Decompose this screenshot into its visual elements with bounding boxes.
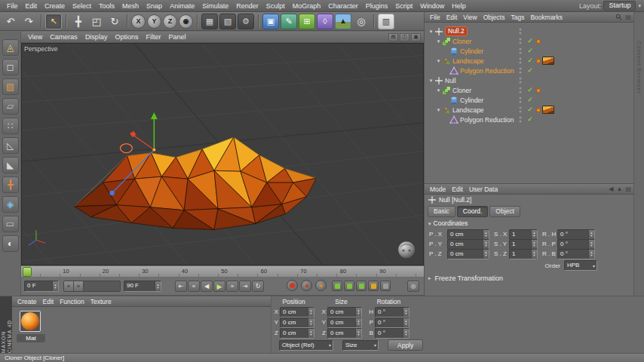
preview-range-slider[interactable]: « »	[63, 281, 121, 292]
key-rotation-toggle[interactable]	[356, 281, 366, 291]
content-browser-tab[interactable]: Content Browser	[636, 41, 642, 94]
stepper-icon[interactable]: ▴▾	[355, 329, 361, 338]
stepper-icon[interactable]: ▴▾	[403, 318, 409, 327]
workplane-icon[interactable]: ▱	[2, 98, 19, 115]
object-manager-menu-tags[interactable]: Tags	[508, 14, 527, 21]
move-icon[interactable]: ╋	[70, 14, 87, 29]
autokey-button[interactable]	[301, 280, 312, 291]
s-x-field[interactable]: 1▴▾	[509, 229, 538, 240]
live-selection-icon[interactable]: ↖	[45, 14, 62, 29]
visibility-dots[interactable]	[517, 38, 524, 44]
stepper-icon[interactable]: ▴▾	[531, 250, 537, 259]
app-menu-sculpt[interactable]: Sculpt	[262, 2, 289, 11]
visibility-dots[interactable]	[517, 116, 524, 123]
position-y-field[interactable]: 0 cm▴▾	[280, 318, 314, 328]
tab-object[interactable]: Object	[489, 206, 520, 217]
render-settings-icon[interactable]: ⚙	[238, 14, 254, 29]
add-camera-icon[interactable]: ◎	[353, 14, 370, 29]
stepper-icon[interactable]: ▴▾	[355, 308, 361, 317]
stepper-icon[interactable]: ▴▾	[588, 240, 594, 249]
position-z-field[interactable]: 0 cm▴▾	[280, 328, 314, 339]
object-label[interactable]: Cylinder	[460, 48, 483, 55]
history-back-icon[interactable]: ◀	[609, 186, 613, 192]
panel-swap-icon[interactable]: ◫	[400, 33, 409, 41]
materials-menu-edit[interactable]: Edit	[40, 298, 57, 305]
play-button[interactable]: ▶	[213, 281, 225, 292]
app-menu-file[interactable]: File	[3, 2, 22, 11]
prev-key-button[interactable]: «	[188, 281, 200, 292]
object-manager-menu-edit[interactable]: Edit	[443, 14, 461, 21]
tag-icon[interactable]	[536, 39, 541, 44]
tag-icon[interactable]	[536, 108, 541, 112]
object-label[interactable]: Cloner	[452, 38, 471, 45]
panel-arrange-icon[interactable]: ▤	[388, 33, 398, 41]
undo-icon[interactable]: ↶	[2, 14, 19, 29]
landscape-object[interactable]	[75, 137, 317, 230]
expander-icon[interactable]: ▾	[428, 78, 434, 84]
key-position-toggle[interactable]	[332, 281, 342, 291]
app-menu-snap[interactable]: Snap	[143, 2, 166, 11]
position-x-field[interactable]: 0 cm▴▾	[280, 307, 314, 318]
stepper-icon[interactable]: ▴▾	[531, 230, 537, 239]
visibility-dots[interactable]	[517, 48, 524, 54]
solo-button[interactable]: ◎	[407, 281, 419, 292]
viewport-filter-icon[interactable]: ◐	[2, 235, 19, 252]
goto-start-button[interactable]: ⇤	[175, 281, 187, 292]
viewport-menu-options[interactable]: Options	[111, 33, 142, 41]
app-menu-plugins[interactable]: Plugins	[362, 2, 392, 11]
object-label[interactable]: Polygon Reduction	[460, 116, 514, 124]
stepper-icon[interactable]: ▴▾	[588, 230, 594, 239]
size-mode-select[interactable]: Size▾	[342, 340, 379, 351]
visibility-dots[interactable]	[517, 77, 524, 84]
expander-icon[interactable]: ▾	[435, 87, 442, 94]
layout-selector[interactable]: Layout: Startup ▾	[579, 1, 641, 11]
object-label[interactable]: Landscape	[452, 57, 484, 65]
texture-tag-icon[interactable]	[542, 57, 554, 65]
key-scale-toggle[interactable]	[344, 281, 354, 291]
rotation-p-field[interactable]: 0 °▴▾	[375, 318, 409, 328]
app-menu-character[interactable]: Character	[324, 2, 362, 11]
add-cube-icon[interactable]: ▣	[262, 14, 279, 29]
object-label[interactable]: Null.2	[445, 26, 468, 36]
stepper-icon[interactable]: ▴▾	[483, 240, 489, 249]
stepper-icon[interactable]: ▴▾	[403, 329, 409, 338]
edges-mode-icon[interactable]: ◺	[2, 137, 19, 154]
texture-mode-icon[interactable]: ▨	[2, 78, 19, 95]
app-menu-help[interactable]: Help	[448, 2, 470, 11]
panel-maximize-icon[interactable]: ▣	[411, 33, 421, 41]
materials-menu-create[interactable]: Create	[14, 298, 40, 305]
enable-check-icon[interactable]: ✓	[524, 66, 536, 75]
materials-menu-function[interactable]: Function	[57, 298, 87, 305]
app-menu-animate[interactable]: Animate	[166, 2, 198, 11]
range-handle-left-icon[interactable]: «	[64, 281, 74, 291]
object-label[interactable]: Null	[445, 77, 456, 84]
scale-icon[interactable]: ◰	[88, 14, 105, 29]
stepper-icon[interactable]: ▴▾	[483, 230, 489, 239]
make-editable-icon[interactable]: ◬	[2, 39, 19, 56]
history-up-icon[interactable]: ▲	[617, 186, 623, 192]
object-label[interactable]: Cylinder	[460, 97, 483, 104]
current-frame-marker[interactable]	[23, 267, 32, 277]
visibility-dots[interactable]	[517, 87, 524, 94]
enable-check-icon[interactable]: ✓	[524, 95, 536, 105]
viewport-menu-panel[interactable]: Panel	[164, 33, 189, 41]
rotate-icon[interactable]: ↻	[106, 14, 123, 29]
p-y-field[interactable]: 0 cm▴▾	[447, 239, 489, 250]
material-name[interactable]: Mat	[17, 334, 45, 342]
search-icon[interactable]	[615, 14, 622, 20]
loop-button[interactable]: ↻	[252, 281, 264, 292]
size-y-field[interactable]: 0 cm▴▾	[327, 318, 362, 328]
attributes-menu-edit[interactable]: Edit	[449, 186, 466, 193]
panel-menu-icon[interactable]: ▤	[625, 14, 631, 20]
enable-check-icon[interactable]: ✓	[524, 46, 536, 56]
app-menu-edit[interactable]: Edit	[22, 2, 41, 11]
axis-z-lock-icon[interactable]: Z	[163, 14, 177, 29]
stepper-icon[interactable]: ▴▾	[531, 240, 537, 249]
key-pla-toggle[interactable]	[380, 281, 391, 291]
coordinate-system-icon[interactable]: ◉	[179, 14, 193, 29]
app-menu-tools[interactable]: Tools	[95, 2, 118, 11]
key-parameter-toggle[interactable]	[368, 281, 379, 291]
expander-icon[interactable]: ▾	[428, 29, 434, 35]
visibility-dots[interactable]	[517, 57, 524, 64]
object-manager-menu-objects[interactable]: Objects	[480, 14, 508, 21]
